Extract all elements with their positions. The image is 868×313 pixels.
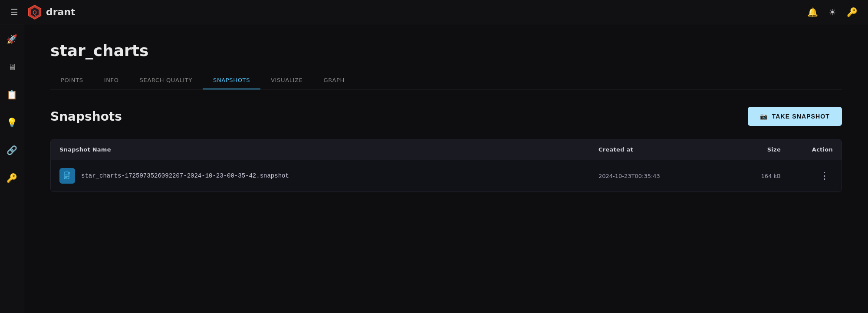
col-header-name: Snapshot Name — [59, 146, 598, 153]
hamburger-menu[interactable]: ☰ — [10, 7, 18, 17]
logo-text: drant — [46, 7, 76, 17]
sidebar-item-lightbulb[interactable]: 💡 — [4, 115, 20, 130]
tab-points[interactable]: POINTS — [50, 72, 94, 89]
main-content: star_charts POINTS INFO SEARCH QUALITY S… — [24, 24, 868, 313]
logo-icon: Q — [27, 4, 43, 20]
logo[interactable]: Q drant — [27, 4, 76, 20]
tab-info[interactable]: INFO — [94, 72, 129, 89]
tabs-nav: POINTS INFO SEARCH QUALITY SNAPSHOTS VIS… — [50, 72, 842, 89]
snapshot-name-cell: star_charts-1725973526092207-2024-10-23-… — [59, 168, 598, 184]
tab-snapshots[interactable]: SNAPSHOTS — [203, 72, 260, 89]
take-snapshot-label: TAKE SNAPSHOT — [772, 113, 830, 120]
camera-icon: 📷 — [760, 113, 768, 120]
sidebar-item-list[interactable]: 📋 — [4, 87, 20, 102]
snapshot-created-at: 2024-10-23T00:35:43 — [598, 173, 711, 179]
col-header-size: Size — [711, 146, 781, 153]
theme-icon[interactable]: ☀ — [829, 7, 836, 17]
snapshot-filename: star_charts-1725973526092207-2024-10-23-… — [81, 172, 289, 179]
topbar: ☰ Q drant 🔔 ☀ 🔑 — [0, 0, 868, 24]
col-header-action: Action — [781, 146, 833, 153]
table-row: star_charts-1725973526092207-2024-10-23-… — [51, 160, 842, 192]
tab-visualize[interactable]: VISUALIZE — [260, 72, 313, 89]
sidebar-item-monitor[interactable]: 🖥 — [4, 59, 20, 75]
collection-title: star_charts — [50, 42, 842, 59]
sidebar-item-link[interactable]: 🔗 — [4, 142, 20, 158]
table-header-row: Snapshot Name Created at Size Action — [51, 139, 842, 160]
snapshot-action-cell: ⋮ — [781, 169, 833, 182]
sidebar-item-rocket[interactable]: 🚀 — [4, 31, 20, 47]
col-header-created-at: Created at — [598, 146, 711, 153]
sidebar-item-key[interactable]: 🔑 — [4, 170, 20, 186]
snapshots-table: Snapshot Name Created at Size Action — [50, 139, 842, 192]
tab-search-quality[interactable]: SEARCH QUALITY — [129, 72, 203, 89]
tab-graph[interactable]: GRAPH — [313, 72, 355, 89]
main-layout: 🚀 🖥 📋 💡 🔗 🔑 star_charts POINTS INFO SEAR… — [0, 24, 868, 313]
snapshot-size: 164 kB — [711, 173, 781, 179]
sidebar: 🚀 🖥 📋 💡 🔗 🔑 — [0, 24, 24, 313]
key-icon[interactable]: 🔑 — [847, 7, 858, 17]
take-snapshot-button[interactable]: 📷 TAKE SNAPSHOT — [748, 107, 842, 126]
topbar-right: 🔔 ☀ 🔑 — [807, 7, 858, 17]
snapshot-action-menu-button[interactable]: ⋮ — [816, 169, 833, 182]
snapshot-file-icon — [59, 168, 75, 184]
svg-rect-4 — [68, 172, 70, 174]
snapshots-title: Snapshots — [50, 109, 122, 124]
svg-text:Q: Q — [33, 10, 37, 16]
topbar-left: ☰ Q drant — [10, 4, 76, 20]
notification-icon[interactable]: 🔔 — [807, 7, 818, 17]
snapshots-header: Snapshots 📷 TAKE SNAPSHOT — [50, 107, 842, 126]
